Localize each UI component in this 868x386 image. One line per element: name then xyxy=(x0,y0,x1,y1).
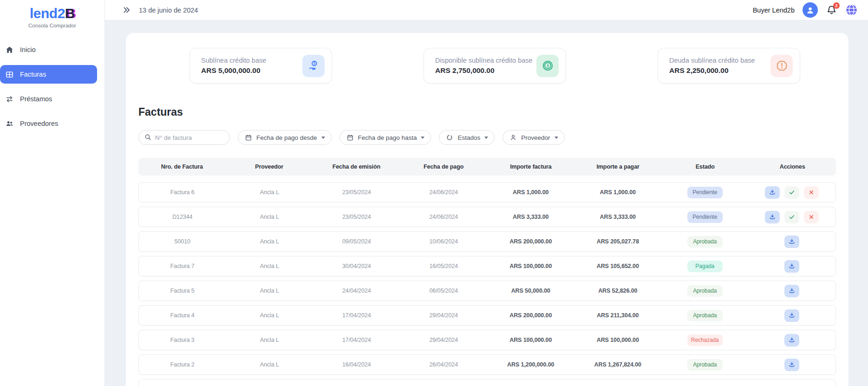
cell-importe-factura: ARS 50,000.00 xyxy=(487,288,574,294)
coin-icon: $ xyxy=(536,55,559,77)
sidebar-item-label: Proveedores xyxy=(20,120,58,127)
approve-button[interactable] xyxy=(784,186,799,199)
card-value: ARS 5,000,000.00 xyxy=(201,66,266,75)
download-button[interactable] xyxy=(784,359,799,371)
cell-fecha-pago: 29/04/2024 xyxy=(400,312,488,319)
cell-nro: D12344 xyxy=(139,214,226,220)
download-button[interactable] xyxy=(784,260,799,273)
sidebar-item-label: Inicio xyxy=(20,46,36,53)
download-button[interactable] xyxy=(784,309,799,322)
check-icon xyxy=(788,213,796,221)
page-title: Facturas xyxy=(138,106,848,118)
sidebar: lend2B Consola Comprador Inicio Facturas xyxy=(0,0,105,386)
table-row: Factura 2 Ancla L 16/04/2024 26/04/2024 … xyxy=(138,354,836,375)
cell-importe-a-pagar: ARS 105,652.00 xyxy=(574,263,662,269)
filter-date-to[interactable]: Fecha de pago hasta xyxy=(339,130,431,145)
sidebar-nav: Inicio Facturas Préstamos Proveedores xyxy=(0,40,104,133)
logo-text: lend2B xyxy=(0,6,104,21)
x-icon xyxy=(808,213,815,221)
download-button[interactable] xyxy=(765,186,780,199)
search-icon xyxy=(144,133,152,141)
app-root: lend2B Consola Comprador Inicio Facturas xyxy=(0,0,868,386)
download-button[interactable] xyxy=(765,211,780,223)
cell-acciones xyxy=(749,334,836,347)
cell-fecha-emision: 17/04/2024 xyxy=(313,312,400,319)
cell-fecha-emision: 16/04/2024 xyxy=(313,361,400,368)
search-input[interactable] xyxy=(138,130,230,145)
status-badge: Pendiente xyxy=(687,187,723,198)
status-badge: Pagada xyxy=(687,261,723,272)
card-sublinea-credito: Sublínea crédito base ARS 5,000,000.00 $ xyxy=(189,48,332,84)
filter-label: Fecha de pago desde xyxy=(256,134,317,141)
cell-nro: Factura 5 xyxy=(139,288,226,294)
filter-estados[interactable]: Estados xyxy=(439,130,495,145)
download-icon xyxy=(788,336,796,344)
sidebar-item-inicio[interactable]: Inicio xyxy=(0,40,97,59)
filter-date-from[interactable]: Fecha de pago desde xyxy=(238,130,332,145)
calendar-icon xyxy=(245,134,252,141)
sidebar-item-facturas[interactable]: Facturas xyxy=(0,65,97,84)
cell-proveedor: Ancla L xyxy=(226,288,313,294)
cell-fecha-pago: 16/05/2024 xyxy=(400,263,488,269)
home-icon xyxy=(5,46,14,54)
download-icon xyxy=(788,238,796,245)
cell-fecha-emision: 17/04/2024 xyxy=(313,337,400,343)
cell-importe-a-pagar: ARS 211,304.00 xyxy=(574,312,662,319)
reject-button[interactable] xyxy=(804,211,819,223)
calendar-icon xyxy=(346,134,354,141)
approve-button[interactable] xyxy=(784,211,799,223)
notifications-bell-icon[interactable]: 2 xyxy=(826,4,837,16)
status-badge: Aprobada xyxy=(687,310,723,321)
table-header: Nro. de FacturaProveedorFecha de emisión… xyxy=(138,158,836,176)
user-avatar[interactable] xyxy=(803,2,818,18)
cell-nro: Factura 6 xyxy=(139,189,226,196)
cell-proveedor: Ancla L xyxy=(226,361,313,368)
sidebar-item-prestamos[interactable]: Préstamos xyxy=(0,90,97,108)
cell-estado: Pendiente xyxy=(661,211,749,223)
cell-importe-factura: ARS 100,000.00 xyxy=(487,337,574,343)
current-date: 13 de junio de 2024 xyxy=(139,7,198,14)
cell-estado: Aprobada xyxy=(661,310,749,321)
language-globe-icon[interactable] xyxy=(845,4,858,16)
download-icon xyxy=(788,262,796,270)
table-row: Factura 6 Ancla L 23/05/2024 24/06/2024 … xyxy=(138,182,836,203)
card-label: Disponible sublínea crédito base xyxy=(435,57,533,64)
column-header: Fecha de pago xyxy=(400,164,487,170)
check-icon xyxy=(788,189,796,196)
topbar: 13 de junio de 2024 Buyer Lend2b 2 xyxy=(105,0,868,20)
cell-estado: Pagada xyxy=(661,261,749,272)
reject-button[interactable] xyxy=(804,186,819,199)
download-button[interactable] xyxy=(784,285,799,297)
download-icon xyxy=(788,361,796,368)
status-badge: Rechazada xyxy=(687,334,723,346)
person-icon xyxy=(509,134,517,141)
sidebar-item-proveedores[interactable]: Proveedores xyxy=(0,114,97,133)
table-row: Factura 5 Ancla L 24/04/2024 06/05/2024 … xyxy=(138,281,836,301)
cell-importe-factura: ARS 200,000.00 xyxy=(487,312,574,319)
card-disponible-sublinea: Disponible sublínea crédito base ARS 2,7… xyxy=(424,48,566,84)
download-button[interactable] xyxy=(784,334,799,347)
filter-label: Estados xyxy=(457,134,480,141)
column-header: Proveedor xyxy=(226,164,313,170)
download-button[interactable] xyxy=(784,236,799,248)
cell-importe-a-pagar: ARS 100,000.00 xyxy=(574,337,662,343)
cell-fecha-pago: 26/04/2024 xyxy=(400,361,488,368)
cell-acciones xyxy=(749,260,836,273)
cell-proveedor: Ancla L xyxy=(226,337,313,343)
cell-importe-factura: ARS 1,200,000.00 xyxy=(487,361,574,368)
cell-importe-factura: ARS 100,000.00 xyxy=(487,263,574,269)
invoices-grid-icon xyxy=(5,70,14,79)
table-row: Factura 3 Ancla L 17/04/2024 29/04/2024 … xyxy=(138,330,836,350)
filter-proveedor[interactable]: Proveedor xyxy=(503,130,564,145)
cell-proveedor: Ancla L xyxy=(226,263,313,269)
chevron-down-icon xyxy=(421,137,424,139)
cell-fecha-emision: 23/05/2024 xyxy=(313,189,400,196)
download-icon xyxy=(788,312,796,319)
cell-importe-a-pagar: ARS 205,027.78 xyxy=(574,238,662,245)
chevrons-right-icon[interactable] xyxy=(122,6,131,14)
topbar-right: Buyer Lend2b 2 xyxy=(753,2,858,18)
alert-octagon-icon xyxy=(770,55,793,77)
column-header: Fecha de emisión xyxy=(313,164,400,170)
transfer-arrows-icon xyxy=(5,95,14,104)
status-badge: Aprobada xyxy=(687,236,723,248)
